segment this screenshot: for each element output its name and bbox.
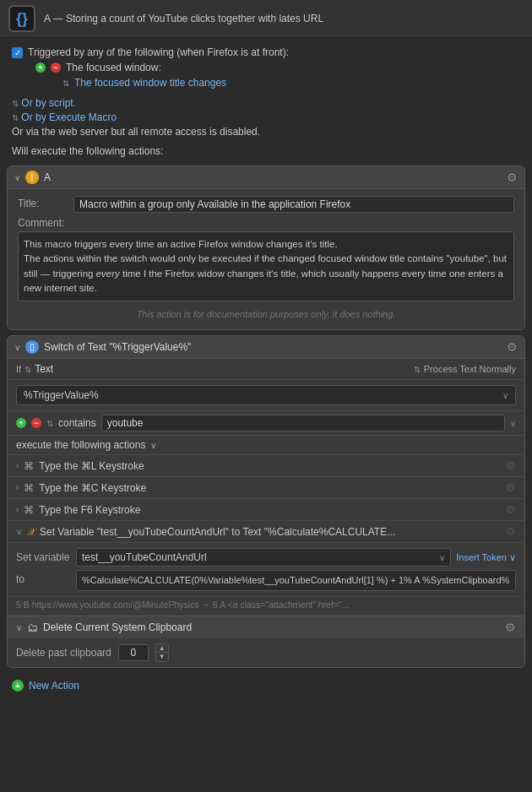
header: {} A — Storing a count of YouTube clicks… [0, 0, 532, 38]
set-var-name-row: Set variable test__youTubeCountAndUrl ∨ … [16, 548, 516, 567]
collapse-arrow-icon[interactable]: ∨ [14, 173, 20, 182]
trigger-value-box[interactable]: %TriggerValue% ∨ [16, 385, 516, 405]
delete-clipboard-card: ∨ 🗂 Delete Current System Clipboard ⚙ De… [8, 616, 524, 667]
switch-gear-button[interactable]: ⚙ [507, 340, 518, 354]
title-field-input[interactable] [73, 196, 514, 213]
contains-input[interactable] [101, 415, 505, 431]
set-var-body: Set variable test__youTubeCountAndUrl ∨ … [8, 542, 524, 596]
trigger-value-chevron-icon: ∨ [502, 391, 508, 400]
sub-action-1-gear[interactable]: ⚙ [506, 481, 516, 494]
updown-icon: ⇅ [62, 79, 69, 88]
sub-action-2-gear[interactable]: ⚙ [506, 503, 516, 516]
new-action-dot[interactable]: + [12, 680, 24, 692]
sub-action-0-gear[interactable]: ⚙ [506, 459, 516, 472]
execute-chevron-icon: ∨ [150, 441, 156, 450]
sub-2-chevron-icon[interactable]: › [16, 505, 19, 514]
set-var-gear[interactable]: ⚙ [506, 525, 516, 538]
new-action-label[interactable]: New Action [29, 680, 79, 692]
sub-action-1-left: › ⌘ Type the ⌘C Keystroke [16, 482, 146, 494]
remove-trigger-btn[interactable]: − [51, 62, 61, 73]
or-script-link[interactable]: Or by script. [21, 97, 76, 109]
contains-add-btn[interactable]: + [16, 418, 26, 428]
sub-action-2: › ⌘ Type the F6 Keystroke ⚙ [8, 498, 524, 520]
sub-action-0: › ⌘ Type the ⌘L Keystroke ⚙ [8, 454, 524, 476]
switch-icon: {} [25, 340, 39, 354]
trigger-label: Triggered by any of the following (when … [28, 46, 289, 58]
stepper-up-btn[interactable]: ▲ [156, 644, 168, 653]
cmd-icon-1: ⌘ [24, 482, 34, 494]
action-switch-card: ∨ {} Switch of Text "%TriggerValue%" ⚙ I… [7, 335, 525, 668]
set-var-name-text: test__youTubeCountAndUrl [82, 551, 207, 563]
sub-0-chevron-icon[interactable]: › [16, 461, 19, 470]
or-script-row: ⇅ Or by script. [0, 97, 532, 109]
sub-action-1-label: Type the ⌘C Keystroke [39, 482, 146, 494]
delete-clipboard-header: ∨ 🗂 Delete Current System Clipboard ⚙ [8, 616, 524, 638]
trigger-value-text: %TriggerValue% [24, 389, 99, 401]
trigger-checkbox[interactable]: ✓ [12, 47, 23, 58]
set-var-name-input[interactable]: test__youTubeCountAndUrl ∨ [76, 548, 451, 567]
trigger-section: ✓ Triggered by any of the following (whe… [0, 38, 532, 97]
sub-action-1: › ⌘ Type the ⌘C Keystroke ⚙ [8, 476, 524, 498]
or-execute-link[interactable]: Or by Execute Macro [21, 111, 117, 123]
del-past-input[interactable] [118, 644, 149, 661]
switch-collapse-icon[interactable]: ∨ [14, 343, 20, 352]
set-var-chevron-icon[interactable]: ∨ [16, 527, 22, 536]
execute-row: execute the following actions ∨ [8, 435, 524, 454]
sub-action-0-label: Type the ⌘L Keystroke [39, 460, 144, 472]
stepper-down-btn[interactable]: ▼ [156, 653, 168, 661]
to-row: to %Calculate%CALCULATE(0%Variable%test_… [16, 570, 516, 591]
set-label: Set variable [16, 551, 71, 563]
del-left: ∨ 🗂 Delete Current System Clipboard [16, 621, 192, 634]
sub-1-chevron-icon[interactable]: › [16, 483, 19, 492]
contains-remove-btn[interactable]: − [31, 418, 41, 428]
set-var-label: Set Variable "test__youTubeCountAndUrl" … [40, 526, 395, 538]
insert-token-button[interactable]: Insert Token ∨ [456, 552, 516, 563]
del-clipboard-label: Delete Current System Clipboard [43, 621, 192, 633]
set-var-name-chevron: ∨ [439, 553, 445, 562]
to-value-box[interactable]: %Calculate%CALCULATE(0%Variable%test__yo… [76, 570, 516, 591]
doc-note: This action is for documentation purpose… [18, 306, 514, 323]
title-field-label: Title: [18, 196, 68, 209]
to-label: to [16, 570, 71, 585]
sub-action-2-left: › ⌘ Type the F6 Keystroke [16, 504, 140, 516]
switch-process-updown: ⇅ [414, 365, 421, 374]
trigger-checkbox-row: ✓ Triggered by any of the following (whe… [12, 46, 520, 58]
focused-window-title[interactable]: The focused window title changes [74, 77, 226, 89]
switch-label: Switch of Text "%TriggerValue%" [44, 341, 191, 353]
or-execute-row: ⇅ Or by Execute Macro [0, 111, 532, 123]
sub-action-0-left: › ⌘ Type the ⌘L Keystroke [16, 460, 144, 472]
del-collapse-icon[interactable]: ∨ [16, 623, 22, 632]
focused-window-label: The focused window: [66, 62, 161, 73]
set-var-left: ∨ 𝒳 Set Variable "test__youTubeCountAndU… [16, 526, 395, 538]
add-trigger-btn[interactable]: + [35, 62, 46, 73]
switch-if-label: If [16, 364, 21, 374]
del-clipboard-icon: 🗂 [27, 621, 38, 634]
sub-action-2-label: Type the F6 Keystroke [39, 504, 140, 516]
new-action-row: + New Action [0, 673, 532, 698]
set-var-icon: 𝒳 [27, 526, 35, 538]
or-web-text: Or via the web server but all remote acc… [12, 126, 260, 138]
focused-window-title-row: ⇅ The focused window title changes [12, 77, 520, 89]
del-gear-button[interactable]: ⚙ [505, 621, 516, 634]
macro-title: A — Storing a count of YouTube clicks to… [44, 13, 323, 24]
cmd-icon-0: ⌘ [24, 460, 34, 472]
switch-text-label: Text [35, 363, 53, 375]
action-a-gear-button[interactable]: ⚙ [507, 171, 518, 184]
action-a-label: A [44, 171, 51, 183]
will-execute-text: Will execute the following actions: [0, 140, 532, 160]
set-var-header: ∨ 𝒳 Set Variable "test__youTubeCountAndU… [8, 520, 524, 542]
comment-box: This macro triggers every time an active… [18, 231, 514, 301]
del-stepper[interactable]: ▲ ▼ [155, 643, 169, 662]
contains-chevron-icon: ∨ [510, 419, 516, 428]
switch-updown-icon: ⇅ [24, 365, 31, 374]
action-a-header-left: ∨ ! A [14, 171, 51, 184]
or-web-row: Or via the web server but all remote acc… [0, 126, 532, 138]
focused-window-row: + − The focused window: [12, 62, 520, 73]
cmd-icon-2: ⌘ [24, 504, 34, 516]
to-value-text: %Calculate%CALCULATE(0%Variable%test__yo… [82, 575, 509, 585]
contains-row: + − ⇅ contains ∨ [8, 410, 524, 435]
action-switch-header-left: ∨ {} Switch of Text "%TriggerValue%" [14, 340, 191, 354]
switch-if-left: If ⇅ Text [16, 363, 53, 375]
comment-label: Comment: [18, 217, 514, 229]
action-switch-header: ∨ {} Switch of Text "%TriggerValue%" ⚙ [8, 336, 524, 359]
